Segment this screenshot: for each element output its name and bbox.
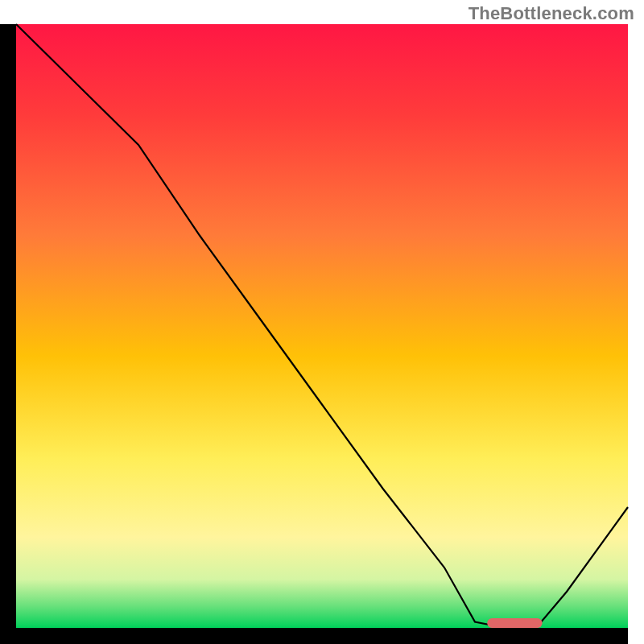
bottleneck-chart xyxy=(0,0,644,644)
watermark-text: TheBottleneck.com xyxy=(469,3,634,24)
chart-container: { "watermark": "TheBottleneck.com", "cha… xyxy=(0,0,644,644)
x-axis xyxy=(0,628,628,644)
y-axis xyxy=(0,24,16,644)
highlight-segment xyxy=(487,618,542,628)
